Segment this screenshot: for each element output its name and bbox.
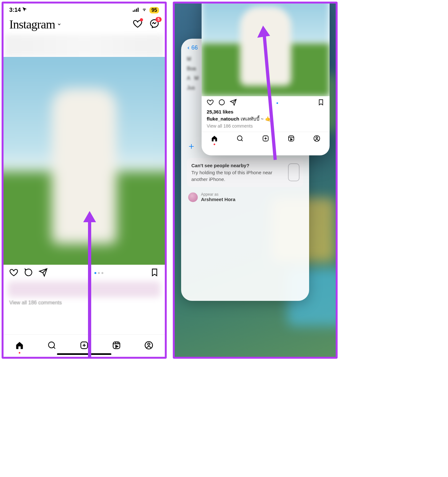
plus-square-icon bbox=[80, 341, 89, 350]
view-all-comments[interactable]: View all 186 comments bbox=[4, 299, 165, 309]
likes-count[interactable]: 25,361 likes bbox=[207, 109, 324, 114]
stories-tray[interactable] bbox=[5, 35, 164, 57]
tab-reels[interactable] bbox=[288, 135, 295, 143]
tab-search[interactable] bbox=[47, 341, 56, 351]
home-icon bbox=[15, 341, 24, 350]
status-time: 3:14 bbox=[9, 7, 21, 13]
battery-level: 95 bbox=[149, 7, 159, 13]
cellular-icon bbox=[133, 7, 139, 13]
tab-search[interactable] bbox=[236, 135, 244, 143]
reels-icon bbox=[112, 341, 121, 350]
chevron-left-icon bbox=[186, 46, 191, 50]
like-button[interactable] bbox=[207, 99, 214, 107]
post-image[interactable] bbox=[4, 57, 165, 265]
svg-rect-2 bbox=[136, 9, 137, 12]
carousel-pager bbox=[48, 272, 150, 274]
svg-point-15 bbox=[148, 343, 150, 345]
chevron-down-icon bbox=[57, 22, 61, 27]
namedrop-hint: Can't see people nearby? Try holding the… bbox=[187, 158, 303, 187]
svg-line-5 bbox=[54, 347, 55, 348]
messages-badge: 5 bbox=[156, 17, 162, 22]
tab-profile[interactable] bbox=[313, 135, 320, 143]
phone-screenshot-left: 3:14 95 Instagram bbox=[2, 2, 167, 359]
view-all-comments[interactable]: View all 186 comments bbox=[207, 123, 324, 129]
instagram-logo[interactable]: Instagram bbox=[9, 17, 61, 31]
svg-point-26 bbox=[316, 137, 318, 138]
comment-button[interactable] bbox=[24, 268, 33, 278]
share-button[interactable] bbox=[39, 268, 48, 278]
svg-rect-3 bbox=[138, 8, 139, 12]
notification-dot bbox=[140, 18, 143, 21]
home-indicator[interactable] bbox=[57, 353, 111, 355]
bottom-tab-bar bbox=[202, 132, 330, 146]
app-switcher-card-front[interactable]: 25,361 likes fluke_natouch เทเลทับบี้ ~ … bbox=[202, 2, 330, 155]
like-button[interactable] bbox=[9, 268, 18, 278]
wifi-icon bbox=[141, 7, 148, 13]
profile-icon bbox=[144, 341, 153, 350]
save-button[interactable] bbox=[150, 268, 159, 278]
share-button[interactable] bbox=[230, 99, 237, 107]
iphone-icon bbox=[288, 163, 300, 181]
messages-button[interactable]: 5 bbox=[149, 19, 159, 30]
tab-create[interactable] bbox=[80, 341, 89, 351]
location-icon bbox=[22, 7, 27, 13]
tab-create[interactable] bbox=[262, 135, 269, 143]
svg-marker-13 bbox=[116, 345, 118, 348]
phone-screenshot-right: 66 M Boa A M Jus ＋ Can't see people near… bbox=[173, 2, 338, 359]
avatar bbox=[188, 192, 198, 202]
save-button[interactable] bbox=[317, 99, 324, 107]
comment-button[interactable] bbox=[218, 99, 225, 107]
tab-home[interactable] bbox=[211, 135, 218, 143]
svg-point-4 bbox=[49, 342, 55, 348]
svg-line-18 bbox=[242, 140, 243, 141]
app-header: Instagram 5 bbox=[4, 15, 165, 35]
svg-marker-24 bbox=[291, 138, 292, 140]
activity-button[interactable] bbox=[133, 19, 142, 30]
tab-profile[interactable] bbox=[144, 341, 153, 351]
svg-rect-0 bbox=[133, 11, 134, 12]
search-icon bbox=[47, 341, 56, 350]
tab-reels[interactable] bbox=[112, 341, 121, 351]
tab-home[interactable] bbox=[15, 341, 24, 351]
post-meta-blurred bbox=[8, 281, 160, 297]
appear-as-row[interactable]: Appear as Arshmeet Hora bbox=[187, 190, 303, 204]
post-caption[interactable]: fluke_natouch เทเลทับบี้ ~ 🤙 bbox=[207, 115, 324, 123]
svg-rect-1 bbox=[134, 10, 135, 12]
svg-point-16 bbox=[219, 100, 225, 105]
post-actions bbox=[4, 265, 165, 280]
post-image bbox=[202, 2, 330, 96]
status-bar: 3:14 95 bbox=[4, 4, 165, 15]
notification-dot bbox=[19, 352, 20, 354]
svg-point-17 bbox=[237, 136, 242, 140]
